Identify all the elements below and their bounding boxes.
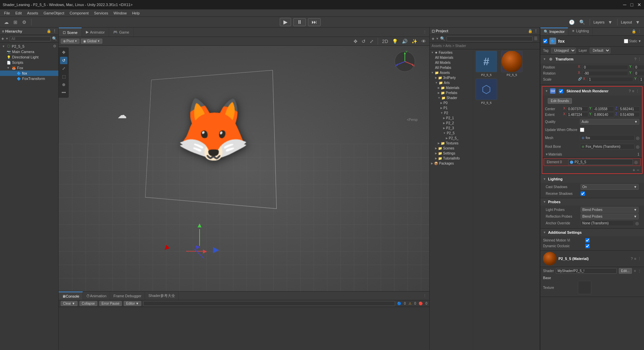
static-checkbox[interactable]	[624, 39, 628, 43]
menu-edit[interactable]: Edit	[13, 11, 24, 15]
tab-animator[interactable]: ▶ Animator	[82, 28, 109, 37]
rotation-y-input[interactable]	[634, 71, 644, 76]
scale-y-input[interactable]	[639, 77, 644, 82]
element-0-select-icon[interactable]: ◎	[634, 160, 638, 165]
transform-header[interactable]: ▼ ⊕ Transform ? ⋮	[540, 55, 644, 63]
position-x-input[interactable]	[582, 65, 628, 70]
update-offscreen-checkbox[interactable]	[580, 128, 584, 132]
lighting-header[interactable]: ▼ Lighting	[540, 175, 644, 183]
maximize-button[interactable]: □	[631, 2, 633, 7]
play-button[interactable]: ▶	[280, 18, 291, 26]
close-button[interactable]: ✕	[637, 2, 641, 7]
edit-bounds-button[interactable]: Edit Bounds	[548, 98, 572, 104]
tool-scale[interactable]: ⤢	[60, 65, 67, 72]
proj-item-all-models[interactable]: All Models	[430, 60, 473, 65]
proj-item-scenes[interactable]: ▶ 📁 Scenes	[430, 146, 473, 151]
proj-item-settings[interactable]: ▶ 📁 Settings	[430, 151, 473, 156]
console-search-input[interactable]	[143, 301, 395, 306]
proj-item-all-prefabs[interactable]: All Prefabs	[430, 65, 473, 70]
proj-item-favorites[interactable]: ▼ ★ Favorites	[430, 50, 473, 55]
tool-rotate[interactable]: ↺	[60, 57, 67, 64]
menu-component[interactable]: Component	[67, 11, 91, 15]
receive-shadows-checkbox[interactable]	[581, 191, 585, 196]
project-add-btn[interactable]: +	[432, 36, 434, 41]
light-probes-dropdown[interactable]: Blend Probes ▼	[581, 207, 639, 213]
hierarchy-add-button[interactable]: +	[1, 36, 4, 41]
tool-rect[interactable]: ⬚	[60, 73, 67, 80]
layout-dropdown-icon[interactable]: ▼	[634, 19, 641, 26]
scene-light-btn[interactable]: 💡	[391, 38, 399, 45]
asset-item-material[interactable]: P2_5_5	[500, 51, 524, 77]
tag-select[interactable]: Untagged	[551, 48, 576, 53]
hierarchy-item-scripts[interactable]: 📄 Scripts	[0, 60, 58, 65]
proj-item-p2-5[interactable]: ▼ P2_5	[430, 131, 473, 136]
shader-edit-button[interactable]: Edit...	[619, 268, 632, 274]
hierarchy-item-fox[interactable]: 🔷 fox	[0, 71, 58, 76]
hierarchy-search-input[interactable]	[10, 36, 51, 41]
proj-item-p2-3[interactable]: ▶ P2_3	[430, 126, 473, 131]
transform-help-icon[interactable]: ?	[634, 57, 636, 61]
project-add-arrow[interactable]: ▼	[436, 37, 439, 40]
tab-frame-debugger[interactable]: Frame Debugger	[110, 292, 145, 300]
proj-item-shader[interactable]: ▼ 📁 Shader	[430, 95, 473, 100]
skinned-mesh-header[interactable]: ▼ SM Skinned Mesh Renderer ? ≡ ⋮	[542, 87, 642, 95]
tab-scene[interactable]: ◻ Scene	[59, 28, 82, 37]
project-lock-icon[interactable]: 🔒	[528, 29, 533, 33]
viewport-canvas[interactable]: ✥ ↺ ⤢ ⬚ ⊕ ••• ☁ 🦊 ▲	[59, 46, 429, 291]
hierarchy-menu-icon[interactable]: ⋮	[53, 29, 56, 33]
skinned-help-icon[interactable]: ?	[629, 89, 631, 93]
root-bone-select-icon[interactable]: ◎	[636, 144, 639, 149]
center-y-input[interactable]	[592, 106, 614, 112]
pause-button[interactable]: ⏸	[293, 18, 306, 26]
step-button[interactable]: ⏭	[308, 18, 321, 26]
shader-menu-icon[interactable]: ≡	[634, 269, 636, 273]
proj-item-p2-5-sub[interactable]: ▶ P2_5_	[430, 136, 473, 141]
proj-item-3rdparty[interactable]: ▶ 📁 3rdParty	[430, 75, 473, 80]
scene-audio-btn[interactable]: 🔊	[400, 38, 409, 45]
asset-item-hash[interactable]: # P2_5_5	[475, 51, 498, 77]
layer-select[interactable]: Default	[590, 48, 610, 53]
anchor-override-select-icon[interactable]: ◎	[635, 221, 639, 226]
material-presets-icon[interactable]: ≡	[634, 257, 636, 261]
hierarchy-settings-icon[interactable]: ⚙	[53, 44, 56, 48]
center-z-input[interactable]	[618, 106, 640, 112]
tool-move[interactable]: ✥	[60, 49, 67, 56]
pivot-button[interactable]: ⊕ Pivot ▼	[61, 39, 79, 44]
hierarchy-lock-icon[interactable]: 🔒	[47, 29, 51, 33]
hierarchy-item-p2_5_5[interactable]: ▼ ⬡ P2_5_5 ⚙	[0, 43, 58, 49]
console-menu-icon[interactable]: ⋮	[423, 294, 427, 298]
extent-x-input[interactable]	[567, 112, 588, 117]
menu-gameobject[interactable]: GameObject	[41, 11, 67, 15]
probes-header[interactable]: ▼ Probes	[540, 198, 644, 206]
hierarchy-search-icon[interactable]: 🔍	[52, 36, 57, 41]
proj-item-materials[interactable]: ▶ 📁 Materials	[430, 85, 473, 90]
menu-help[interactable]: Help	[129, 11, 143, 15]
inspector-tab[interactable]: 🔍 Inspector	[540, 28, 568, 35]
minimize-button[interactable]: ─	[623, 2, 627, 7]
transform-menu-icon[interactable]: ⋮	[638, 57, 641, 61]
tab-shader-ref[interactable]: Shader参考大全	[145, 292, 178, 300]
materials-collapse-icon[interactable]: ▼	[545, 152, 548, 156]
menu-window[interactable]: Window	[111, 11, 129, 15]
skinned-active-checkbox[interactable]	[559, 89, 563, 93]
add-material-button[interactable]: +	[633, 167, 635, 173]
position-y-input[interactable]	[634, 65, 644, 70]
skinned-motion-checkbox[interactable]	[585, 238, 590, 243]
hierarchy-item-main-camera[interactable]: 📷 Main Camera	[0, 49, 58, 54]
object-active-checkbox[interactable]	[543, 39, 547, 43]
extent-y-input[interactable]	[592, 112, 614, 117]
project-search-input[interactable]	[446, 36, 533, 41]
quality-dropdown[interactable]: Auto ▼	[580, 119, 639, 125]
clear-button[interactable]: Clear ▼	[61, 301, 77, 306]
error-pause-button[interactable]: Error Pause	[99, 301, 122, 306]
project-menu-icon[interactable]: ⋮	[534, 29, 538, 33]
tab-console[interactable]: 🖥 Console	[59, 292, 83, 300]
shader-more-icon[interactable]: ⋮	[638, 269, 641, 273]
proj-item-all-materials[interactable]: All Materials	[430, 55, 473, 60]
mesh-select-icon[interactable]: ◎	[636, 136, 639, 140]
proj-item-p0[interactable]: ▶ P0	[430, 100, 473, 105]
menu-services[interactable]: Services	[91, 11, 111, 15]
skinned-presets-icon[interactable]: ≡	[632, 89, 634, 93]
center-x-input[interactable]	[567, 106, 588, 112]
tool-extra[interactable]: •••	[60, 89, 67, 96]
